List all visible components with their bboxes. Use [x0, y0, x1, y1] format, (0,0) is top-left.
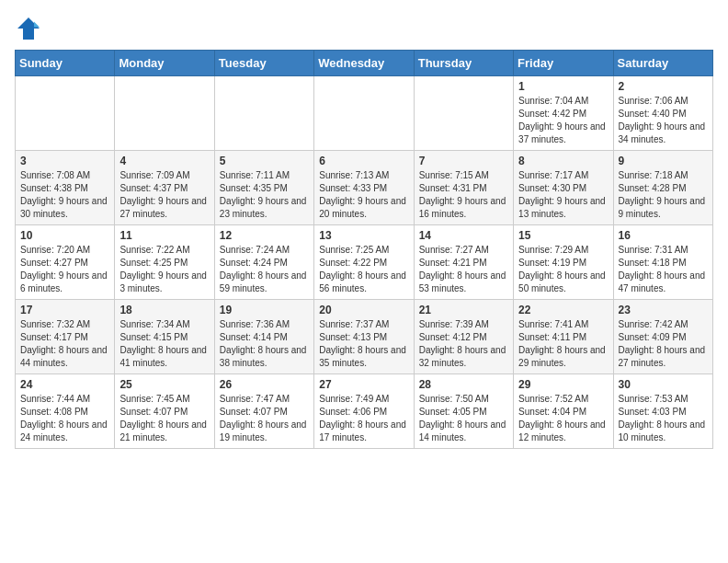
day-info: Sunrise: 7:45 AM Sunset: 4:07 PM Dayligh…	[119, 393, 209, 444]
calendar-cell: 15Sunrise: 7:29 AM Sunset: 4:19 PM Dayli…	[514, 225, 613, 300]
calendar-cell: 6Sunrise: 7:13 AM Sunset: 4:33 PM Daylig…	[314, 151, 414, 225]
day-info: Sunrise: 7:04 AM Sunset: 4:42 PM Dayligh…	[518, 95, 608, 146]
calendar-cell: 12Sunrise: 7:24 AM Sunset: 4:24 PM Dayli…	[214, 225, 313, 300]
calendar-cell: 26Sunrise: 7:47 AM Sunset: 4:07 PM Dayli…	[214, 374, 313, 449]
calendar-week-row: 17Sunrise: 7:32 AM Sunset: 4:17 PM Dayli…	[16, 300, 713, 374]
day-info: Sunrise: 7:42 AM Sunset: 4:09 PM Dayligh…	[619, 318, 708, 370]
day-info: Sunrise: 7:31 AM Sunset: 4:18 PM Dayligh…	[619, 244, 708, 295]
day-number: 12	[220, 229, 309, 242]
logo-icon	[15, 15, 42, 42]
day-info: Sunrise: 7:47 AM Sunset: 4:07 PM Dayligh…	[220, 393, 309, 444]
day-info: Sunrise: 7:52 AM Sunset: 4:04 PM Dayligh…	[518, 393, 608, 444]
calendar-cell	[314, 76, 414, 151]
day-info: Sunrise: 7:32 AM Sunset: 4:17 PM Dayligh…	[20, 318, 109, 370]
day-info: Sunrise: 7:15 AM Sunset: 4:31 PM Dayligh…	[419, 169, 508, 221]
calendar-cell: 10Sunrise: 7:20 AM Sunset: 4:27 PM Dayli…	[16, 225, 115, 300]
calendar-week-row: 1Sunrise: 7:04 AM Sunset: 4:42 PM Daylig…	[16, 76, 713, 151]
calendar-cell: 7Sunrise: 7:15 AM Sunset: 4:31 PM Daylig…	[414, 151, 513, 225]
day-info: Sunrise: 7:44 AM Sunset: 4:08 PM Dayligh…	[20, 393, 109, 444]
calendar-cell: 17Sunrise: 7:32 AM Sunset: 4:17 PM Dayli…	[16, 300, 115, 374]
day-number: 22	[518, 304, 608, 316]
calendar-header-sunday: Sunday	[16, 51, 115, 76]
day-info: Sunrise: 7:37 AM Sunset: 4:13 PM Dayligh…	[319, 318, 408, 370]
day-info: Sunrise: 7:25 AM Sunset: 4:22 PM Dayligh…	[319, 244, 408, 295]
day-number: 13	[319, 229, 408, 242]
day-number: 10	[20, 229, 109, 242]
day-number: 11	[119, 229, 209, 242]
day-number: 8	[518, 155, 608, 167]
day-number: 29	[518, 378, 608, 391]
calendar-cell: 30Sunrise: 7:53 AM Sunset: 4:03 PM Dayli…	[613, 374, 712, 449]
calendar-week-row: 10Sunrise: 7:20 AM Sunset: 4:27 PM Dayli…	[16, 225, 713, 300]
calendar-cell: 13Sunrise: 7:25 AM Sunset: 4:22 PM Dayli…	[314, 225, 414, 300]
calendar-cell: 25Sunrise: 7:45 AM Sunset: 4:07 PM Dayli…	[115, 374, 214, 449]
day-number: 7	[419, 155, 508, 167]
calendar-cell: 28Sunrise: 7:50 AM Sunset: 4:05 PM Dayli…	[414, 374, 513, 449]
calendar-cell: 9Sunrise: 7:18 AM Sunset: 4:28 PM Daylig…	[613, 151, 712, 225]
calendar-cell: 1Sunrise: 7:04 AM Sunset: 4:42 PM Daylig…	[514, 76, 613, 151]
day-info: Sunrise: 7:34 AM Sunset: 4:15 PM Dayligh…	[119, 318, 209, 370]
calendar-cell: 19Sunrise: 7:36 AM Sunset: 4:14 PM Dayli…	[214, 300, 313, 374]
day-info: Sunrise: 7:36 AM Sunset: 4:14 PM Dayligh…	[220, 318, 309, 370]
calendar-cell: 4Sunrise: 7:09 AM Sunset: 4:37 PM Daylig…	[115, 151, 214, 225]
day-info: Sunrise: 7:09 AM Sunset: 4:37 PM Dayligh…	[119, 169, 209, 221]
day-info: Sunrise: 7:39 AM Sunset: 4:12 PM Dayligh…	[419, 318, 508, 370]
day-number: 15	[518, 229, 608, 242]
calendar-cell: 20Sunrise: 7:37 AM Sunset: 4:13 PM Dayli…	[314, 300, 414, 374]
day-info: Sunrise: 7:29 AM Sunset: 4:19 PM Dayligh…	[518, 244, 608, 295]
day-info: Sunrise: 7:08 AM Sunset: 4:38 PM Dayligh…	[20, 169, 109, 221]
calendar-cell: 21Sunrise: 7:39 AM Sunset: 4:12 PM Dayli…	[414, 300, 513, 374]
calendar-cell: 24Sunrise: 7:44 AM Sunset: 4:08 PM Dayli…	[16, 374, 115, 449]
calendar-cell: 16Sunrise: 7:31 AM Sunset: 4:18 PM Dayli…	[613, 225, 712, 300]
calendar-cell	[16, 76, 115, 151]
day-number: 28	[419, 378, 508, 391]
day-number: 1	[518, 80, 608, 93]
calendar-cell	[414, 76, 513, 151]
calendar-header-monday: Monday	[115, 51, 214, 76]
day-number: 14	[419, 229, 508, 242]
day-number: 18	[119, 304, 209, 316]
day-number: 9	[619, 155, 708, 167]
calendar-week-row: 24Sunrise: 7:44 AM Sunset: 4:08 PM Dayli…	[16, 374, 713, 449]
calendar-cell: 5Sunrise: 7:11 AM Sunset: 4:35 PM Daylig…	[214, 151, 313, 225]
day-info: Sunrise: 7:53 AM Sunset: 4:03 PM Dayligh…	[619, 393, 708, 444]
day-number: 20	[319, 304, 408, 316]
day-number: 21	[419, 304, 508, 316]
calendar-header-row: SundayMondayTuesdayWednesdayThursdayFrid…	[16, 51, 713, 76]
day-info: Sunrise: 7:27 AM Sunset: 4:21 PM Dayligh…	[419, 244, 508, 295]
day-number: 26	[220, 378, 309, 391]
day-info: Sunrise: 7:41 AM Sunset: 4:11 PM Dayligh…	[518, 318, 608, 370]
day-info: Sunrise: 7:50 AM Sunset: 4:05 PM Dayligh…	[419, 393, 508, 444]
day-number: 16	[619, 229, 708, 242]
svg-marker-0	[17, 17, 40, 40]
day-info: Sunrise: 7:06 AM Sunset: 4:40 PM Dayligh…	[619, 95, 708, 146]
calendar-header-wednesday: Wednesday	[314, 51, 414, 76]
calendar-cell	[214, 76, 313, 151]
calendar-cell: 11Sunrise: 7:22 AM Sunset: 4:25 PM Dayli…	[115, 225, 214, 300]
calendar-cell: 3Sunrise: 7:08 AM Sunset: 4:38 PM Daylig…	[16, 151, 115, 225]
day-info: Sunrise: 7:22 AM Sunset: 4:25 PM Dayligh…	[119, 244, 209, 295]
day-number: 6	[319, 155, 408, 167]
day-number: 27	[319, 378, 408, 391]
svg-marker-1	[34, 22, 40, 28]
calendar-week-row: 3Sunrise: 7:08 AM Sunset: 4:38 PM Daylig…	[16, 151, 713, 225]
day-number: 25	[119, 378, 209, 391]
logo	[15, 15, 46, 42]
calendar-cell: 14Sunrise: 7:27 AM Sunset: 4:21 PM Dayli…	[414, 225, 513, 300]
day-number: 4	[119, 155, 209, 167]
day-number: 19	[220, 304, 309, 316]
day-info: Sunrise: 7:18 AM Sunset: 4:28 PM Dayligh…	[619, 169, 708, 221]
calendar-header-tuesday: Tuesday	[214, 51, 313, 76]
day-number: 17	[20, 304, 109, 316]
day-info: Sunrise: 7:20 AM Sunset: 4:27 PM Dayligh…	[20, 244, 109, 295]
day-info: Sunrise: 7:24 AM Sunset: 4:24 PM Dayligh…	[220, 244, 309, 295]
day-number: 2	[619, 80, 708, 93]
day-number: 23	[619, 304, 708, 316]
calendar-cell: 18Sunrise: 7:34 AM Sunset: 4:15 PM Dayli…	[115, 300, 214, 374]
calendar-cell: 27Sunrise: 7:49 AM Sunset: 4:06 PM Dayli…	[314, 374, 414, 449]
day-info: Sunrise: 7:11 AM Sunset: 4:35 PM Dayligh…	[220, 169, 309, 221]
day-info: Sunrise: 7:49 AM Sunset: 4:06 PM Dayligh…	[319, 393, 408, 444]
day-number: 5	[220, 155, 309, 167]
day-number: 24	[20, 378, 109, 391]
header	[15, 15, 713, 42]
